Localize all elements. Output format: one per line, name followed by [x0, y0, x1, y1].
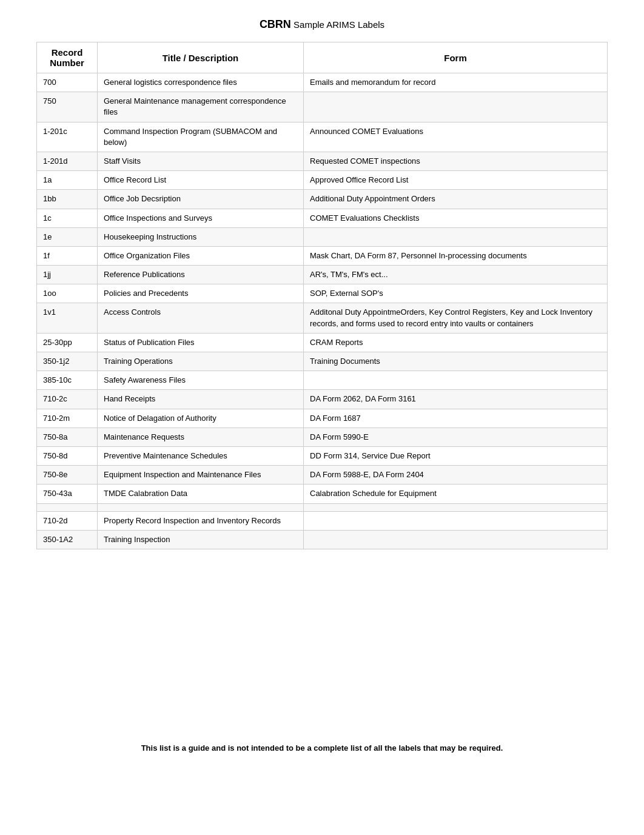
cell-form	[304, 92, 608, 122]
cell-record-number: 750	[37, 92, 98, 122]
cell-form	[304, 511, 608, 530]
table-row: 1jjReference PublicationsAR's, TM's, FM'…	[37, 266, 608, 284]
table-row: 350-1j2Training OperationsTraining Docum…	[37, 352, 608, 371]
table-row: 25-30ppStatus of Publication FilesCRAM R…	[37, 333, 608, 352]
cell-record-number: 710-2d	[37, 511, 98, 530]
cell-title: Notice of Delagation of Authority	[98, 409, 304, 428]
cell-form: DA Form 5988-E, DA Form 2404	[304, 466, 608, 485]
cell-record-number	[37, 503, 98, 511]
table-row: 1v1Access ControlsAdditonal Duty Appoint…	[37, 303, 608, 333]
cell-title: Office Organization Files	[98, 246, 304, 265]
col-header-form: Form	[304, 42, 608, 73]
cell-form	[304, 503, 608, 511]
cell-form: DA Form 5990-E	[304, 428, 608, 446]
cell-record-number: 1-201c	[37, 122, 98, 152]
cell-title: Status of Publication Files	[98, 333, 304, 352]
table-row: 1-201cCommand Inspection Program (SUBMAC…	[37, 122, 608, 152]
cell-record-number: 750-43a	[37, 485, 98, 503]
cell-record-number: 1v1	[37, 303, 98, 333]
table-row: 710-2cHand ReceiptsDA Form 2062, DA Form…	[37, 390, 608, 409]
cell-form: Emails and memorandum for record	[304, 73, 608, 92]
cell-record-number: 1c	[37, 209, 98, 227]
table-row: 1eHousekeeping Instructions	[37, 227, 608, 246]
page-title: CBRN Sample ARIMS Labels	[36, 18, 608, 31]
cell-title: Office Job Decsription	[98, 190, 304, 209]
table-row: 1ooPolicies and PrecedentsSOP, External …	[37, 284, 608, 303]
subtitle-text: Sample ARIMS Labels	[293, 19, 384, 30]
cell-title: Command Inspection Program (SUBMACOM and…	[98, 122, 304, 152]
cell-form: Requested COMET inspections	[304, 152, 608, 170]
cell-form: Additonal Duty AppointmeOrders, Key Cont…	[304, 303, 608, 333]
cell-form: CRAM Reports	[304, 333, 608, 352]
cell-title: Reference Publications	[98, 266, 304, 284]
cell-title: Training Operations	[98, 352, 304, 371]
table-row: 750-8dPreventive Maintenance SchedulesDD…	[37, 446, 608, 465]
cell-record-number: 710-2c	[37, 390, 98, 409]
cell-form: Calabration Schedule for Equipment	[304, 485, 608, 503]
cell-title: Access Controls	[98, 303, 304, 333]
cell-title: Equipment Inspection and Maintenance Fil…	[98, 466, 304, 485]
cell-record-number: 1-201d	[37, 152, 98, 170]
cell-form: AR's, TM's, FM's ect...	[304, 266, 608, 284]
cell-record-number: 750-8a	[37, 428, 98, 446]
table-row: 750-8aMaintenance RequestsDA Form 5990-E	[37, 428, 608, 446]
cell-record-number: 750-8e	[37, 466, 98, 485]
cell-title: Office Inspections and Surveys	[98, 209, 304, 227]
cell-record-number: 1bb	[37, 190, 98, 209]
col-header-number: Record Number	[37, 42, 98, 73]
cell-form: Additional Duty Appointment Orders	[304, 190, 608, 209]
table-row: 750-43aTMDE Calabration DataCalabration …	[37, 485, 608, 503]
table-row: 700General logistics correspondence file…	[37, 73, 608, 92]
cell-title: Preventive Maintenance Schedules	[98, 446, 304, 465]
table-row: 350-1A2Training Inspection	[37, 530, 608, 549]
cell-form: Announced COMET Evaluations	[304, 122, 608, 152]
cell-form	[304, 530, 608, 549]
cell-title: General Maintenance management correspon…	[98, 92, 304, 122]
cell-title: TMDE Calabration Data	[98, 485, 304, 503]
table-row: 750-8eEquipment Inspection and Maintenan…	[37, 466, 608, 485]
brand-text: CBRN	[260, 18, 291, 30]
footer-note: This list is a guide and is not intended…	[36, 743, 608, 753]
cell-form	[304, 371, 608, 390]
cell-title: Property Record Inspection and Inventory…	[98, 511, 304, 530]
cell-title: Maintenance Requests	[98, 428, 304, 446]
cell-form: DA Form 1687	[304, 409, 608, 428]
table-row: 1aOffice Record ListApproved Office Reco…	[37, 171, 608, 190]
cell-title: Hand Receipts	[98, 390, 304, 409]
cell-form: Training Documents	[304, 352, 608, 371]
cell-record-number: 1f	[37, 246, 98, 265]
cell-form: DD Form 314, Service Due Report	[304, 446, 608, 465]
table-row: 1cOffice Inspections and SurveysCOMET Ev…	[37, 209, 608, 227]
cell-form: SOP, External SOP's	[304, 284, 608, 303]
cell-record-number: 1a	[37, 171, 98, 190]
cell-form: COMET Evaluations Checklists	[304, 209, 608, 227]
cell-title: General logistics correspondence files	[98, 73, 304, 92]
cell-form: Mask Chart, DA Form 87, Personnel In-pro…	[304, 246, 608, 265]
col-header-title: Title / Description	[98, 42, 304, 73]
cell-record-number: 385-10c	[37, 371, 98, 390]
cell-form: DA Form 2062, DA Form 3161	[304, 390, 608, 409]
cell-form	[304, 227, 608, 246]
cell-title: Housekeeping Instructions	[98, 227, 304, 246]
cell-title	[98, 503, 304, 511]
table-row: 1bbOffice Job DecsriptionAdditional Duty…	[37, 190, 608, 209]
cell-record-number: 25-30pp	[37, 333, 98, 352]
table-row	[37, 503, 608, 511]
cell-title: Office Record List	[98, 171, 304, 190]
table-row: 1-201dStaff VisitsRequested COMET inspec…	[37, 152, 608, 170]
arims-table: Record Number Title / Description Form 7…	[36, 42, 608, 549]
cell-record-number: 350-1A2	[37, 530, 98, 549]
cell-title: Safety Awareness Files	[98, 371, 304, 390]
table-row: 710-2dProperty Record Inspection and Inv…	[37, 511, 608, 530]
table-row: 385-10cSafety Awareness Files	[37, 371, 608, 390]
cell-record-number: 710-2m	[37, 409, 98, 428]
table-row: 1fOffice Organization FilesMask Chart, D…	[37, 246, 608, 265]
cell-title: Staff Visits	[98, 152, 304, 170]
cell-title: Policies and Precedents	[98, 284, 304, 303]
cell-title: Training Inspection	[98, 530, 304, 549]
cell-record-number: 750-8d	[37, 446, 98, 465]
cell-record-number: 1oo	[37, 284, 98, 303]
cell-record-number: 1e	[37, 227, 98, 246]
cell-record-number: 350-1j2	[37, 352, 98, 371]
cell-record-number: 1jj	[37, 266, 98, 284]
